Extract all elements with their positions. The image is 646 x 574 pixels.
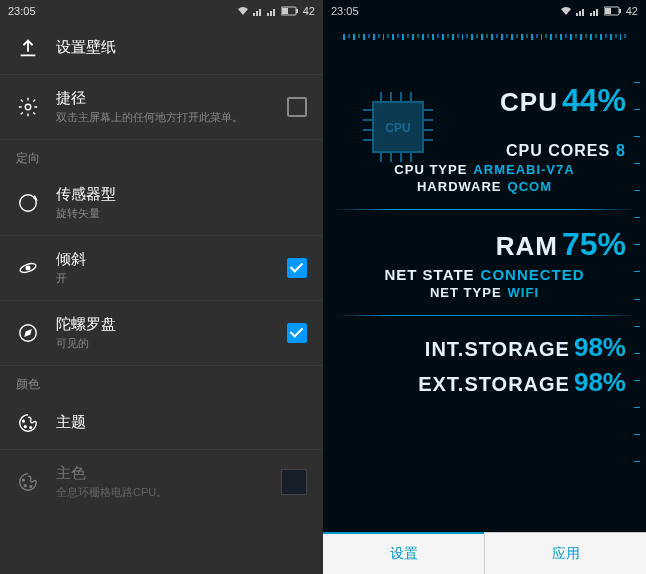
gyro-title: 陀螺罗盘	[56, 315, 271, 334]
nettype-value: WIFI	[508, 285, 539, 300]
svg-point-11	[24, 485, 26, 487]
tilt-title: 倾斜	[56, 250, 271, 269]
palette-icon-2	[16, 470, 40, 494]
cores-value: 8	[616, 142, 626, 160]
cpu-label: CPU	[500, 87, 558, 118]
signal-icon	[253, 6, 263, 16]
tilt-icon	[16, 256, 40, 280]
wifi-icon	[237, 6, 249, 16]
set-wallpaper-label: 设置壁纸	[56, 38, 307, 57]
status-bar-right: 23:05 42	[323, 0, 646, 22]
ram-stat: RAM 75%	[333, 224, 636, 265]
netstate-info: NET STATE CONNECTED	[333, 265, 636, 284]
shortcut-checkbox[interactable]	[287, 97, 307, 117]
nettype-label: NET TYPE	[430, 285, 502, 300]
shortcut-sub: 双击主屏幕上的任何地方打开此菜单。	[56, 110, 271, 125]
netstate-value: CONNECTED	[481, 266, 585, 283]
status-time-right: 23:05	[331, 5, 359, 17]
upload-icon	[16, 36, 40, 60]
tab-settings[interactable]: 设置	[323, 532, 484, 574]
status-icons: 42	[237, 5, 315, 17]
side-marks	[634, 82, 642, 462]
gyro-sub: 可见的	[56, 336, 271, 351]
svg-rect-1	[296, 9, 298, 13]
hardware-label: HARDWARE	[417, 179, 502, 194]
netstate-label: NET STATE	[384, 266, 474, 283]
hud: CPU CPU 44% CPU CORES 8 CPU TYPE ARMEABI…	[323, 22, 646, 522]
battery-text-right: 42	[626, 5, 638, 17]
ram-value: 75%	[562, 226, 626, 263]
shortcut-title: 捷径	[56, 89, 271, 108]
svg-point-12	[30, 486, 32, 488]
tab-apply[interactable]: 应用	[484, 532, 646, 574]
chip-label: CPU	[385, 121, 410, 135]
hud-screen: 23:05 42 CPU	[323, 0, 646, 574]
signal-icon-2	[267, 6, 277, 16]
wifi-icon	[560, 6, 572, 16]
svg-point-7	[23, 420, 25, 422]
primary-color-item[interactable]: 主色 全息环栅格电路CPU。	[0, 450, 323, 514]
battery-text: 42	[303, 5, 315, 17]
gear-icon	[16, 95, 40, 119]
tilt-sub: 开	[56, 271, 271, 286]
extstorage-value: 98%	[574, 367, 626, 398]
primary-color-title: 主色	[56, 464, 265, 483]
gyro-item[interactable]: 陀螺罗盘 可见的	[0, 301, 323, 366]
svg-rect-15	[605, 8, 611, 14]
cpu-chip-icon: CPU	[353, 82, 443, 176]
battery-icon	[604, 6, 622, 16]
svg-point-5	[26, 266, 30, 270]
set-wallpaper-item[interactable]: 设置壁纸	[0, 22, 323, 75]
divider-2	[333, 315, 636, 316]
tilt-item[interactable]: 倾斜 开	[0, 236, 323, 301]
hardware-value: QCOM	[508, 179, 552, 194]
tilt-checkbox[interactable]	[287, 258, 307, 278]
theme-title: 主题	[56, 413, 307, 432]
svg-point-8	[24, 426, 26, 428]
intstorage-value: 98%	[574, 332, 626, 363]
signal-icon	[576, 6, 586, 16]
hardware-info: HARDWARE QCOM	[333, 178, 636, 195]
palette-icon	[16, 411, 40, 435]
status-bar: 23:05 42	[0, 0, 323, 22]
svg-point-10	[23, 479, 25, 481]
svg-rect-14	[619, 9, 621, 13]
divider	[333, 209, 636, 210]
battery-icon	[281, 6, 299, 16]
cputype-value: ARMEABI-V7A	[473, 162, 574, 177]
shortcut-item[interactable]: 捷径 双击主屏幕上的任何地方打开此菜单。	[0, 75, 323, 140]
compass-icon	[16, 321, 40, 345]
intstorage-label: INT.STORAGE	[425, 338, 570, 361]
color-header: 颜色	[0, 366, 323, 397]
ram-label: RAM	[496, 231, 558, 262]
status-time: 23:05	[8, 5, 36, 17]
nettype-info: NET TYPE WIFI	[333, 284, 636, 301]
sensor-sub: 旋转矢量	[56, 206, 307, 221]
cpu-value: 44%	[562, 82, 626, 119]
rotate-icon	[16, 191, 40, 215]
orientation-header: 定向	[0, 140, 323, 171]
sensor-title: 传感器型	[56, 185, 307, 204]
extstorage-label: EXT.STORAGE	[418, 373, 570, 396]
settings-screen: 23:05 42 设置壁纸 捷径 双击主屏幕上的任何地方打开此菜单。 定向 传	[0, 0, 323, 574]
bottom-tabs: 设置 应用	[323, 532, 646, 574]
theme-item[interactable]: 主题	[0, 397, 323, 450]
svg-point-3	[25, 104, 31, 110]
cores-label: CPU CORES	[506, 142, 610, 160]
primary-color-sub: 全息环栅格电路CPU。	[56, 485, 265, 500]
signal-icon-2	[590, 6, 600, 16]
extstorage-stat: EXT.STORAGE 98%	[333, 365, 636, 400]
svg-point-9	[30, 427, 32, 429]
intstorage-stat: INT.STORAGE 98%	[333, 330, 636, 365]
gyro-checkbox[interactable]	[287, 323, 307, 343]
status-icons-right: 42	[560, 5, 638, 17]
sensor-item[interactable]: 传感器型 旋转矢量	[0, 171, 323, 236]
ticks-top	[333, 32, 636, 50]
color-swatch[interactable]	[281, 469, 307, 495]
svg-rect-2	[282, 8, 288, 14]
